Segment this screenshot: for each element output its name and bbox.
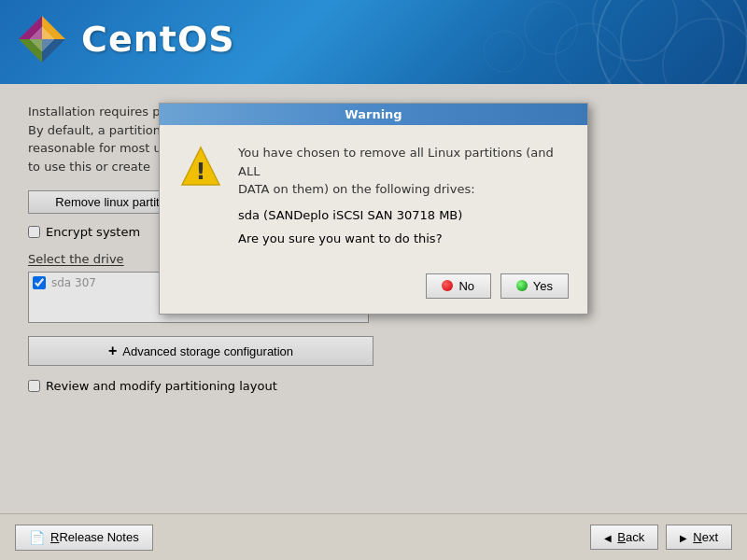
dialog-overlay: Warning ! You have chosen to remove all … xyxy=(0,84,747,513)
yes-button[interactable]: Yes xyxy=(500,273,569,299)
back-label: Back xyxy=(617,530,644,544)
next-label: Next xyxy=(693,530,718,544)
back-arrow-icon xyxy=(604,530,612,544)
next-arrow-icon xyxy=(680,530,687,544)
dialog-body: ! You have chosen to remove all Linux pa… xyxy=(160,125,587,264)
dialog-buttons: No Yes xyxy=(160,264,587,314)
release-notes-button[interactable]: 📄 RRelease Notes xyxy=(15,525,153,551)
footer: 📄 RRelease Notes Back Next xyxy=(0,513,747,560)
dialog-question: Are you sure you want to do this? xyxy=(238,231,569,245)
next-button[interactable]: Next xyxy=(666,525,732,550)
dialog-titlebar: Warning xyxy=(160,104,587,125)
no-icon xyxy=(442,280,453,291)
app-title: CentOS xyxy=(81,19,235,60)
no-button[interactable]: No xyxy=(426,273,491,299)
release-notes-label: RRelease Notes xyxy=(50,530,139,544)
dialog-message: You have chosen to remove all Linux part… xyxy=(238,144,569,245)
footer-left: 📄 RRelease Notes xyxy=(15,525,153,551)
footer-right: Back Next xyxy=(590,525,732,550)
document-icon: 📄 xyxy=(29,530,45,545)
dialog-message-line2: DATA on them) on the following drives: xyxy=(238,182,475,196)
svg-point-1 xyxy=(621,0,724,84)
svg-point-5 xyxy=(525,2,577,54)
dialog-title: Warning xyxy=(345,107,402,121)
svg-text:!: ! xyxy=(196,159,206,185)
header-logo: CentOS xyxy=(14,11,235,67)
yes-label: Yes xyxy=(533,279,553,293)
svg-point-6 xyxy=(484,31,525,72)
yes-icon xyxy=(516,280,528,291)
no-label: No xyxy=(458,279,474,293)
header: CentOS xyxy=(0,0,747,84)
warning-dialog: Warning ! You have chosen to remove all … xyxy=(159,103,588,315)
dialog-message-line1: You have chosen to remove all Linux part… xyxy=(238,146,554,178)
centos-logo-icon xyxy=(14,11,70,67)
main-content: Installation requires partitioning of yo… xyxy=(0,84,747,513)
back-button[interactable]: Back xyxy=(590,525,658,550)
dialog-drive-info: sda (SANDeplo iSCSI SAN 30718 MB) xyxy=(238,208,569,222)
warning-icon: ! xyxy=(178,144,223,189)
